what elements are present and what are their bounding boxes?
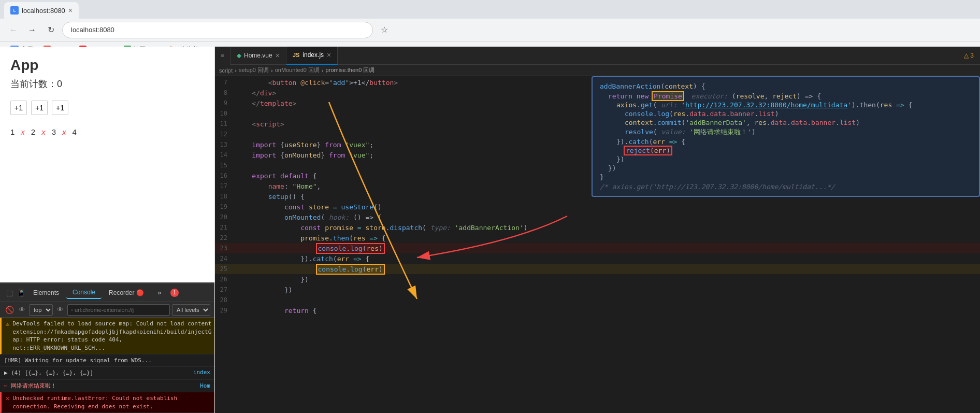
tab-console[interactable]: Console	[66, 287, 102, 299]
increment-button-3[interactable]: +1	[52, 101, 68, 115]
list-item-2: 2	[31, 127, 35, 136]
breadcrumb-bar: script › setup0 回调 › onMounted0 回调 › pro…	[215, 65, 980, 76]
increment-button-2[interactable]: +1	[31, 101, 48, 115]
code-line-20: 20 onMounted( hook: () => {	[215, 212, 980, 222]
devtools-tabs: ⬚ 📱 Elements Console Recorder 🔴 » 1	[0, 283, 214, 302]
list-item-3-value: 3	[52, 127, 56, 136]
counter-label: 当前计数：0	[10, 78, 204, 90]
console-array-text: ▶ (4) [{…}, {…}, {…}, {…}]	[4, 369, 190, 377]
popup-line-comment: /* axios.get('http://123.207.32.32:8000/…	[600, 183, 972, 191]
counter-list: 1 x 2 x 3 x 4	[10, 127, 204, 136]
js-tab-icon: JS	[293, 52, 299, 58]
browser-page: App 当前计数：0 +1 +1 +1 1 x 2 x 3 x	[0, 47, 215, 413]
tab-more[interactable]: »	[151, 287, 167, 298]
console-entry-result: ← 网络请求结束啦！ Hom	[0, 380, 214, 392]
eye-filter-icon[interactable]: 👁	[55, 305, 65, 315]
console-entry-array: ▶ (4) [{…}, {…}, {…}, {…}] index	[0, 367, 214, 379]
popup-line-close3: }	[600, 173, 972, 181]
tab-home-vue-label: Home.vue	[244, 52, 272, 59]
tab-index-js-close[interactable]: ×	[327, 51, 331, 59]
nav-bar: ← → ↻ localhost:8080 ☆	[0, 19, 980, 41]
filter-icon[interactable]: 👁	[17, 305, 27, 315]
tab-recorder[interactable]: Recorder 🔴	[103, 287, 150, 298]
breadcrumb-promise: promise.then0 回调	[326, 66, 375, 74]
tab-index-js[interactable]: JS index.js ×	[286, 47, 338, 65]
console-entry-hmr: [HMR] Waiting for update signal from WDS…	[0, 354, 214, 367]
popup-line-console-log: console.log(res.data.data.banner.list)	[600, 110, 972, 118]
bookmark-button[interactable]: ☆	[377, 23, 392, 37]
devtools-mobile-icon[interactable]: 📱	[16, 288, 26, 298]
console-output: ⚠ DevTools failed to load source map: Co…	[0, 318, 214, 413]
popup-line-close2: })	[600, 164, 972, 172]
forward-button[interactable]: →	[25, 23, 39, 37]
reload-button[interactable]: ↻	[44, 23, 58, 37]
devtools-toolbar: 🚫 👁 top 👁 All levels	[0, 302, 214, 318]
code-editor: ≡ ◆ Home.vue × JS index.js × △ 3 script …	[215, 47, 980, 413]
popup-line-axios: axios.get( url: 'http://123.207.32.32:80…	[600, 101, 972, 109]
browser-tab-active[interactable]: L localhost:8080 ×	[4, 2, 79, 19]
main-content: App 当前计数：0 +1 +1 +1 1 x 2 x 3 x	[0, 47, 980, 413]
vue-tab-icon: ◆	[237, 52, 241, 59]
list-separator-3: x	[62, 127, 66, 136]
code-line-24: 24 }).catch(err => {	[215, 253, 980, 264]
popup-line-reject: reject(err)	[600, 147, 972, 154]
increment-button-1[interactable]: +1	[10, 101, 27, 115]
list-item-4: 4	[73, 127, 77, 136]
tab-title: localhost:8080	[22, 7, 65, 15]
console-error-text: Unchecked runtime.lastError: Could not e…	[12, 394, 210, 410]
app-title: App	[10, 57, 204, 74]
page-content: App 当前计数：0 +1 +1 +1 1 x 2 x 3 x	[0, 47, 214, 282]
code-line-19: 19 const store = useStore()	[215, 202, 980, 212]
code-line-25: 25 console.log(err)	[215, 264, 980, 274]
list-item-3: 3	[52, 127, 56, 136]
clear-console-icon[interactable]: 🚫	[4, 305, 15, 315]
editor-tabs: ≡ ◆ Home.vue × JS index.js × △ 3	[215, 47, 980, 65]
code-line-27: 27 })	[215, 284, 980, 295]
list-item-1: 1	[10, 127, 15, 136]
error-icon: ✕	[6, 395, 9, 402]
tab-close-button[interactable]: ×	[68, 6, 73, 15]
list-separator-2: x	[41, 127, 46, 136]
code-line-28: 28	[215, 295, 980, 305]
list-separator-1: x	[21, 127, 25, 136]
code-line-23: 23 console.log(res)	[215, 243, 980, 253]
console-hmr-text: [HMR] Waiting for update signal from WDS…	[4, 357, 210, 364]
code-line-26: 26 })	[215, 274, 980, 284]
devtools-panel: ⬚ 📱 Elements Console Recorder 🔴 » 1 🚫 👁 …	[0, 282, 215, 413]
console-entry-warn: ⚠ DevTools failed to load source map: Co…	[0, 318, 214, 354]
tab-elements[interactable]: Elements	[27, 287, 65, 298]
breadcrumb-onmounted: onMounted0 回调	[275, 66, 320, 74]
list-item-1-value: 1	[10, 127, 15, 136]
tab-bar: L localhost:8080 ×	[0, 0, 980, 19]
console-result-link[interactable]: Hom	[200, 382, 210, 389]
tab-home-vue-close[interactable]: ×	[276, 51, 280, 60]
code-popup: addBannerAction(context) { return new Pr…	[592, 76, 980, 197]
sidebar-icon[interactable]: ≡	[221, 52, 224, 59]
context-select[interactable]: top	[29, 304, 53, 316]
popup-line-return: return new Promise executor: (resolve, r…	[600, 92, 972, 100]
error-count-badge: 1	[170, 289, 179, 297]
back-button[interactable]: ←	[6, 23, 21, 37]
console-result-text: ← 网络请求结束啦！	[4, 382, 196, 390]
code-line-22: 22 promise.then(res => {	[215, 233, 980, 243]
console-filter-input[interactable]	[67, 304, 170, 316]
console-array-link[interactable]: index	[193, 369, 210, 376]
list-item-2-value: 2	[31, 127, 35, 136]
console-entry-error: ✕ Unchecked runtime.lastError: Could not…	[0, 392, 214, 413]
warn-icon: ⚠	[6, 320, 9, 327]
tab-index-js-label: index.js	[302, 51, 324, 59]
list-item-4-value: 4	[73, 127, 77, 136]
popup-line-resolve: resolve( value: '网络请求结束啦！')	[600, 127, 972, 137]
popup-line-catch: }).catch(err => {	[600, 138, 972, 146]
counter-buttons: +1 +1 +1	[10, 101, 204, 115]
tab-home-vue[interactable]: ◆ Home.vue ×	[230, 47, 286, 65]
browser-chrome: L localhost:8080 × ← → ↻ localhost:8080 …	[0, 0, 980, 47]
tab-favicon: L	[10, 6, 19, 15]
breadcrumb-script: script	[219, 67, 233, 74]
popup-line-close1: })	[600, 155, 972, 163]
breadcrumb-setup: setup0 回调	[239, 66, 269, 74]
devtools-inspect-icon[interactable]: ⬚	[4, 288, 15, 298]
warning-badge: △ 3	[964, 52, 980, 59]
address-bar[interactable]: localhost:8080	[62, 22, 373, 38]
log-levels-select[interactable]: All levels	[172, 304, 210, 316]
